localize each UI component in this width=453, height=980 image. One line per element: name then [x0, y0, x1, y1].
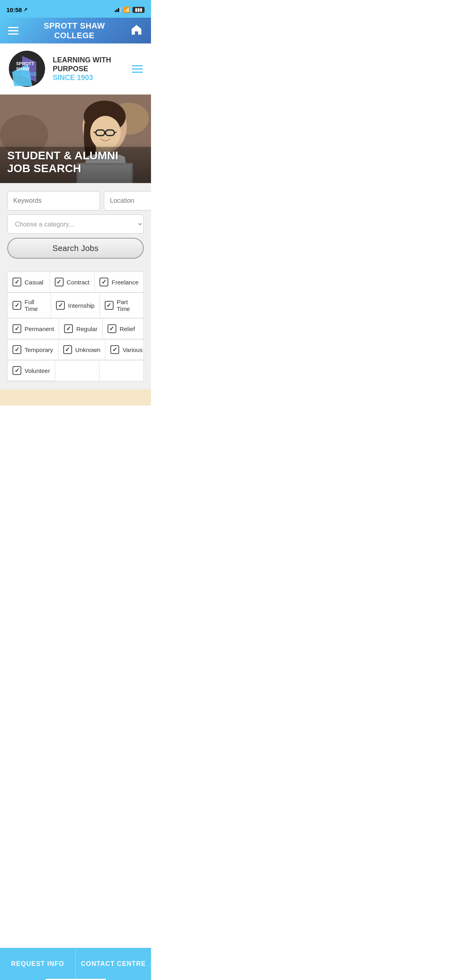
- checkbox-contract-label: Contract: [67, 279, 90, 286]
- checkbox-casual[interactable]: Casual: [8, 272, 50, 292]
- checkbox-permanent-label: Permanent: [25, 325, 54, 332]
- checkbox-internship-box: [56, 301, 65, 310]
- nav-title: SPROTT SHAWCOLLEGE: [43, 21, 105, 40]
- checkbox-fulltime-box: [12, 301, 21, 310]
- hero-banner: STUDENT & ALUMNI JOB SEARCH: [0, 95, 151, 183]
- hero-overlay: STUDENT & ALUMNI JOB SEARCH: [0, 141, 151, 183]
- checkbox-permanent-box: [12, 324, 21, 333]
- logo-text: LEARNING WITH PURPOSE SINCE 1903: [53, 56, 125, 82]
- checkbox-unknown[interactable]: Unknown: [58, 340, 106, 360]
- checkbox-relief-box: [108, 324, 116, 333]
- checkbox-parttime-box: [105, 301, 114, 310]
- checkbox-permanent[interactable]: Permanent: [8, 319, 59, 339]
- checkbox-temporary-box: [12, 345, 21, 354]
- checkbox-freelance-box: [99, 278, 108, 286]
- svg-text:SPROTT: SPROTT: [16, 61, 34, 66]
- checkbox-contract[interactable]: Contract: [50, 272, 95, 292]
- checkbox-regular[interactable]: Regular: [59, 319, 103, 339]
- checkbox-volunteer[interactable]: Volunteer: [8, 360, 55, 381]
- checkbox-temporary-label: Temporary: [25, 346, 53, 353]
- svg-text:SHAW: SHAW: [16, 66, 30, 71]
- college-logo: SPROTT SHAW COLLEGE: [8, 50, 46, 88]
- checkbox-volunteer-box: [12, 366, 21, 375]
- logo-section: SPROTT SHAW COLLEGE LEARNING WITH PURPOS…: [0, 43, 151, 95]
- checkbox-unknown-label: Unknown: [75, 346, 101, 353]
- checkbox-grid: Casual Contract Freelance Full Time Inte…: [7, 272, 144, 381]
- cream-area: [0, 389, 151, 406]
- hero-title: STUDENT & ALUMNI JOB SEARCH: [7, 149, 144, 175]
- signal-icon: [115, 7, 121, 12]
- checkboxes-section: Casual Contract Freelance Full Time Inte…: [0, 268, 151, 389]
- menu-button[interactable]: [8, 27, 19, 35]
- checkbox-internship[interactable]: Internship: [51, 293, 100, 318]
- checkbox-freelance-label: Freelance: [112, 279, 139, 286]
- checkbox-relief-label: Relief: [120, 325, 135, 332]
- checkbox-unknown-box: [63, 345, 72, 354]
- location-input[interactable]: [104, 191, 151, 210]
- nav-header: SPROTT SHAWCOLLEGE: [0, 18, 151, 43]
- bottom-spacer: [0, 406, 151, 442]
- status-icons: 📶 ▮▮▮: [115, 6, 145, 13]
- checkbox-casual-label: Casual: [25, 279, 43, 286]
- search-jobs-button[interactable]: Search Jobs: [7, 238, 144, 259]
- time-display: 10:58: [6, 6, 22, 13]
- checkbox-various[interactable]: Various: [105, 340, 147, 360]
- checkbox-various-label: Various: [122, 346, 143, 353]
- tagline-since: SINCE 1903: [53, 74, 125, 82]
- checkbox-parttime[interactable]: Part Time: [100, 293, 143, 318]
- location-arrow-icon: ↗: [23, 7, 27, 12]
- checkbox-parttime-label: Part Time: [117, 299, 139, 312]
- checkbox-casual-box: [12, 278, 21, 286]
- checkbox-relief[interactable]: Relief: [103, 319, 143, 339]
- checkbox-regular-label: Regular: [76, 325, 97, 332]
- category-select[interactable]: Choose a category...: [7, 214, 144, 234]
- checkbox-volunteer-label: Volunteer: [25, 367, 50, 374]
- checkbox-fulltime[interactable]: Full Time: [8, 293, 51, 318]
- battery-icon: ▮▮▮: [132, 7, 145, 13]
- checkbox-temporary[interactable]: Temporary: [8, 340, 58, 360]
- checkbox-fulltime-label: Full Time: [25, 299, 46, 312]
- checkbox-various-box: [110, 345, 119, 354]
- checkbox-contract-box: [55, 278, 64, 286]
- checkbox-freelance[interactable]: Freelance: [95, 272, 143, 292]
- status-bar: 10:58 ↗ 📶 ▮▮▮: [0, 0, 151, 18]
- secondary-menu-button[interactable]: [132, 65, 143, 73]
- keywords-input[interactable]: [7, 191, 100, 210]
- search-section: Choose a category... Search Jobs: [0, 183, 151, 268]
- search-row-1: [7, 191, 144, 210]
- home-button[interactable]: [130, 23, 143, 38]
- status-time: 10:58 ↗: [6, 6, 27, 13]
- wifi-icon: 📶: [123, 6, 130, 13]
- checkbox-internship-label: Internship: [68, 302, 95, 309]
- checkbox-regular-box: [64, 324, 73, 333]
- tagline-main: LEARNING WITH PURPOSE: [53, 56, 125, 73]
- svg-text:COLLEGE: COLLEGE: [15, 72, 37, 76]
